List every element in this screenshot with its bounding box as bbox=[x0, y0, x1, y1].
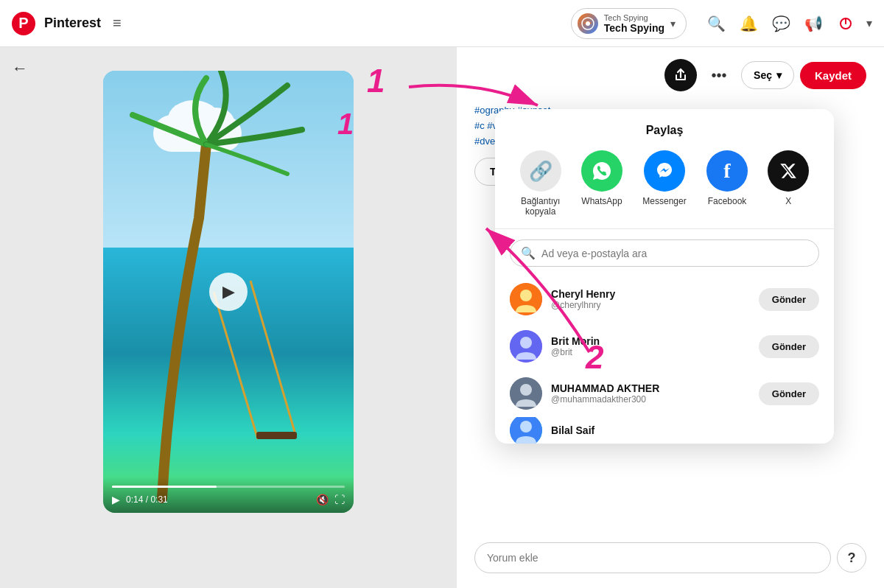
contact-list: Cheryl Henry @cherylhnry Gönder bbox=[510, 276, 819, 444]
account-name-big: Tech Spying bbox=[604, 22, 664, 34]
link-icon: 🔗 bbox=[520, 150, 561, 192]
share-x-item[interactable]: X bbox=[768, 150, 809, 206]
play-overlay[interactable]: ▶ bbox=[103, 71, 354, 513]
left-panel: ← 1 bbox=[0, 47, 457, 588]
muhammad-send-button[interactable]: Gönder bbox=[759, 382, 819, 405]
account-switcher[interactable]: Tech Spying Tech Spying ▾ bbox=[571, 8, 687, 39]
account-icon bbox=[578, 13, 598, 34]
select-chevron-icon: ▾ bbox=[776, 69, 782, 81]
whatsapp-label: WhatsApp bbox=[581, 196, 622, 206]
video-controls: ▶ 0:14 / 0:31 🔇 ⛶ bbox=[103, 477, 354, 513]
avatar-muhammad bbox=[510, 377, 542, 410]
avatar-cheryl bbox=[510, 283, 542, 315]
play-button[interactable]: ▶ bbox=[209, 273, 248, 311]
svg-point-10 bbox=[520, 337, 532, 349]
search-row: 🔍 bbox=[510, 239, 819, 267]
brit-name: Brit Morin bbox=[551, 335, 750, 347]
share-button[interactable] bbox=[664, 59, 697, 91]
avatar-bilal bbox=[510, 417, 542, 444]
whatsapp-icon bbox=[581, 150, 622, 192]
messenger-label: Messenger bbox=[642, 196, 686, 206]
share-facebook-item[interactable]: f Facebook bbox=[706, 150, 748, 206]
muhammad-handle: @muhammadakther300 bbox=[551, 394, 750, 405]
account-text: Tech Spying Tech Spying bbox=[604, 13, 664, 34]
cheryl-handle: @cherylhnry bbox=[551, 300, 750, 310]
account-name-small: Tech Spying bbox=[604, 13, 664, 22]
header: P Pinterest ≡ Tech Spying Tech Spying ▾ … bbox=[0, 0, 884, 47]
svg-point-14 bbox=[520, 421, 532, 433]
contact-brit: Brit Morin @brit Gönder bbox=[510, 323, 819, 370]
link-label: Bağlantıyıkopyala bbox=[521, 196, 560, 217]
facebook-icon: f bbox=[706, 150, 748, 192]
share-link-item[interactable]: 🔗 Bağlantıyıkopyala bbox=[520, 150, 561, 217]
contact-bilal: Bilal Saif bbox=[510, 417, 819, 444]
share-whatsapp-item[interactable]: WhatsApp bbox=[581, 150, 622, 206]
back-button[interactable]: ← bbox=[12, 59, 28, 78]
save-button[interactable]: Kaydet bbox=[800, 62, 866, 89]
share-icons-row: 🔗 Bağlantıyıkopyala WhatsApp bbox=[510, 150, 819, 217]
play-icon[interactable]: ▶ bbox=[112, 494, 120, 505]
progress-bar[interactable] bbox=[112, 486, 345, 488]
more-options-button[interactable]: ••• bbox=[703, 59, 735, 91]
volume-icon[interactable]: 🔇 bbox=[316, 494, 329, 505]
share-messenger-item[interactable]: Messenger bbox=[642, 150, 686, 206]
site-title: Pinterest bbox=[44, 15, 101, 31]
video-time: 0:14 / 0:31 bbox=[126, 494, 168, 505]
comment-input[interactable] bbox=[474, 542, 831, 573]
progress-fill bbox=[112, 486, 217, 488]
facebook-label: Facebook bbox=[708, 196, 747, 206]
svg-point-12 bbox=[520, 384, 532, 396]
bilal-name: Bilal Saif bbox=[551, 424, 819, 436]
fullscreen-icon[interactable]: ⛶ bbox=[334, 494, 345, 505]
annotation-1: 1 bbox=[337, 108, 354, 141]
main-content: ← 1 bbox=[0, 47, 884, 588]
hamburger-icon[interactable]: ≡ bbox=[113, 15, 122, 32]
search-button[interactable]: 🔍 bbox=[701, 9, 731, 38]
share-button-container: Paylaş 🔗 Bağlantıyıkopyala bbox=[664, 59, 697, 91]
brit-send-button[interactable]: Gönder bbox=[759, 335, 819, 358]
more-chevron-icon[interactable]: ▾ bbox=[866, 16, 872, 30]
pinterest-logo[interactable]: P bbox=[12, 12, 35, 35]
x-label: X bbox=[785, 196, 791, 206]
contact-cheryl-info: Cheryl Henry @cherylhnry bbox=[551, 288, 750, 310]
svg-point-1 bbox=[586, 21, 590, 26]
avatar-brit bbox=[510, 330, 542, 363]
cheryl-name: Cheryl Henry bbox=[551, 288, 750, 300]
help-button[interactable]: ? bbox=[837, 543, 866, 573]
svg-point-8 bbox=[520, 290, 532, 301]
announcements-button[interactable]: 📢 bbox=[799, 9, 828, 38]
comment-area: ? bbox=[474, 542, 866, 573]
share-popup: Paylaş 🔗 Bağlantıyıkopyala bbox=[495, 109, 834, 444]
account-chevron-icon: ▾ bbox=[670, 18, 676, 29]
select-label: Seç bbox=[754, 69, 772, 81]
cheryl-send-button[interactable]: Gönder bbox=[759, 288, 819, 311]
messenger-icon bbox=[644, 150, 685, 192]
contact-muhammad-info: MUHAMMAD AKTHER @muhammadakther300 bbox=[551, 382, 750, 405]
power-button[interactable] bbox=[831, 9, 860, 38]
controls-row: ▶ 0:14 / 0:31 🔇 ⛶ bbox=[112, 494, 345, 505]
video-container[interactable]: ▶ ▶ 0:14 / 0:31 🔇 bbox=[103, 71, 354, 513]
x-icon bbox=[768, 150, 809, 192]
search-icon: 🔍 bbox=[521, 246, 536, 260]
contact-brit-info: Brit Morin @brit bbox=[551, 335, 750, 357]
contact-cheryl: Cheryl Henry @cherylhnry Gönder bbox=[510, 276, 819, 323]
logo-p: P bbox=[18, 15, 28, 32]
select-button[interactable]: Seç ▾ bbox=[741, 61, 794, 89]
muhammad-name: MUHAMMAD AKTHER bbox=[551, 382, 750, 394]
messages-button[interactable]: 💬 bbox=[766, 9, 796, 38]
notifications-button[interactable]: 🔔 bbox=[734, 9, 763, 38]
action-bar: Paylaş 🔗 Bağlantıyıkopyala bbox=[474, 59, 866, 91]
share-divider bbox=[495, 228, 834, 229]
bilal-info: Bilal Saif bbox=[551, 424, 819, 436]
video-scene: ▶ ▶ 0:14 / 0:31 🔇 bbox=[103, 71, 354, 513]
brit-handle: @brit bbox=[551, 347, 750, 357]
header-icons: 🔍 🔔 💬 📢 ▾ bbox=[701, 9, 872, 38]
share-popup-title: Paylaş bbox=[510, 124, 819, 137]
right-panel: Paylaş 🔗 Bağlantıyıkopyala bbox=[457, 47, 884, 588]
search-input[interactable] bbox=[541, 248, 808, 259]
contact-muhammad: MUHAMMAD AKTHER @muhammadakther300 Gönde… bbox=[510, 370, 819, 417]
